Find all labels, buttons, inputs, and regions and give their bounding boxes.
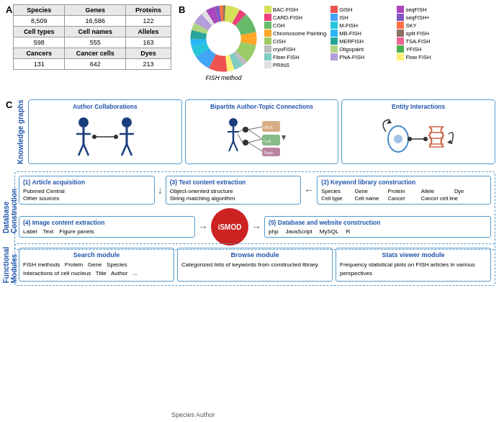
legend-color (397, 53, 404, 60)
fm-s5: Interactions of cell nucleus (23, 270, 91, 277)
legend-color (264, 45, 271, 53)
legend-item: Oligopaint (330, 45, 392, 53)
legend-color (330, 53, 338, 60)
legend-item: CGH (264, 22, 326, 29)
legend-item: PRINS (264, 61, 326, 68)
web-item4: R (346, 228, 350, 235)
db-box3-title: (2) Keyword library construction (321, 179, 487, 186)
legend-item: split FISH (397, 30, 459, 37)
legend-label: Oligopaint (339, 46, 364, 53)
col-cancers: Cancers (14, 48, 65, 59)
db-box4-items: Label Text Figure panels (23, 228, 191, 235)
db-box-article: (1) Article acquisition Pubmed Central O… (19, 176, 155, 205)
svg-line-31 (127, 144, 132, 156)
legend-label: cryoFISH (273, 46, 295, 53)
legend-item: GISH (330, 6, 392, 13)
svg-marker-66 (447, 140, 451, 144)
author-collab-svg (73, 114, 138, 161)
col-proteins: Proteins (126, 5, 171, 16)
svg-point-35 (229, 118, 238, 127)
val-alleles: 163 (126, 37, 171, 48)
col-cancercells: Cancer cells (65, 48, 126, 59)
fm-s6: Title (96, 270, 107, 277)
web-item2: JavaScript (285, 228, 312, 235)
kw1: Species (321, 188, 354, 194)
legend-color (264, 61, 271, 68)
fm-search-title: Search module (23, 251, 170, 259)
svg-point-65 (423, 137, 428, 141)
db-box4-title: (4) Image content extraction (23, 219, 191, 226)
col-cellnames: Cell names (65, 27, 126, 37)
kw6: Cell type (321, 195, 354, 202)
db-box5-title: (5) Database and website construction (269, 219, 487, 226)
legend-color (397, 30, 404, 37)
legend-color (264, 22, 271, 29)
web-item1: php (269, 228, 278, 235)
legend-color (330, 45, 338, 53)
donut-chart (189, 4, 258, 73)
species-author-label: Species Author (171, 411, 215, 418)
legend-item: CISH (264, 37, 326, 45)
legend-item: ISH (330, 14, 392, 21)
legend-label: CISH (273, 38, 286, 45)
fm-search-row2: Interactions of cell nucleus Title Autho… (23, 269, 170, 278)
arrow4: → (251, 221, 261, 233)
kw2: Gene (354, 188, 387, 194)
legend-item: M-FISH (330, 22, 392, 29)
val-dyes: 213 (126, 59, 171, 70)
legend-item: CARD-FISH (264, 14, 326, 21)
legend-color (397, 14, 404, 21)
legend-item: PNA-FISH (330, 53, 392, 60)
legend-label: M-FISH (339, 22, 358, 29)
kg-box-entity: Entity Interactions (341, 99, 495, 164)
legend-label: YFISH (405, 46, 421, 53)
legend-label: seqFISH+ (405, 14, 430, 21)
fm-s1: FISH methods (23, 261, 60, 268)
val-proteins: 122 (126, 16, 171, 27)
kg-box-author-collab: Author Collaborations (28, 99, 182, 164)
svg-point-34 (114, 135, 118, 139)
donut-container: FISH method (186, 4, 261, 81)
legend-item: SKY (397, 22, 459, 29)
svg-line-46 (248, 143, 262, 151)
legend-label: TSA-FISH (405, 38, 430, 45)
db-box2-item1: Object-oriented structure (170, 188, 297, 194)
fm-s3: Gene (88, 261, 102, 268)
legend-label: Chromosome Painting (273, 30, 326, 37)
svg-text:Cell: Cell (264, 139, 271, 143)
legend-color (264, 53, 271, 60)
legend-label: Flow FISH (405, 54, 431, 60)
legend-item: TSA-FISH (397, 37, 459, 45)
legend-item: cryoFISH (264, 45, 326, 53)
kg-title-author-collab: Author Collaborations (73, 103, 138, 110)
db-construction-section: Database Construction (1) Article acquis… (14, 171, 495, 250)
db-box-text: (3) Text content extraction Object-orien… (166, 176, 302, 205)
knowledge-graphs-section: Knowledge graphs Author Collaborations (14, 99, 495, 164)
bipartite-icon: DNA Cell Topic (222, 113, 302, 161)
img-item2: Text (43, 228, 54, 235)
legend-color (330, 14, 338, 21)
db-box-keyword: (2) Keyword library construction Species… (317, 176, 491, 205)
svg-text:Topic: Topic (264, 151, 274, 155)
svg-line-38 (229, 141, 233, 151)
col-dyes: Dyes (126, 48, 171, 59)
svg-line-43 (238, 134, 243, 143)
ismod-circle: iSMOD (211, 208, 248, 246)
db-box-website: (5) Database and website construction ph… (264, 216, 491, 238)
legend-color (397, 22, 404, 29)
db-box2-title: (3) Text content extraction (170, 179, 297, 186)
kg-label: Knowledge graphs (14, 99, 26, 164)
db-box-image: (4) Image content extraction Label Text … (19, 216, 195, 238)
svg-text:DNA: DNA (264, 125, 273, 130)
svg-line-25 (78, 144, 84, 156)
legend-label: MB-FISH (339, 30, 361, 37)
legend-label: GISH (339, 6, 352, 13)
legend-label: BAC-FISH (273, 6, 298, 13)
arrow2: ← (304, 176, 314, 205)
donut-label: FISH method (205, 74, 241, 81)
kw7: Cell name (354, 195, 387, 202)
fm-s7: Author (111, 270, 128, 277)
svg-line-39 (233, 141, 238, 151)
legend-color (330, 22, 338, 29)
col-celltypes: Cell types (14, 27, 65, 37)
